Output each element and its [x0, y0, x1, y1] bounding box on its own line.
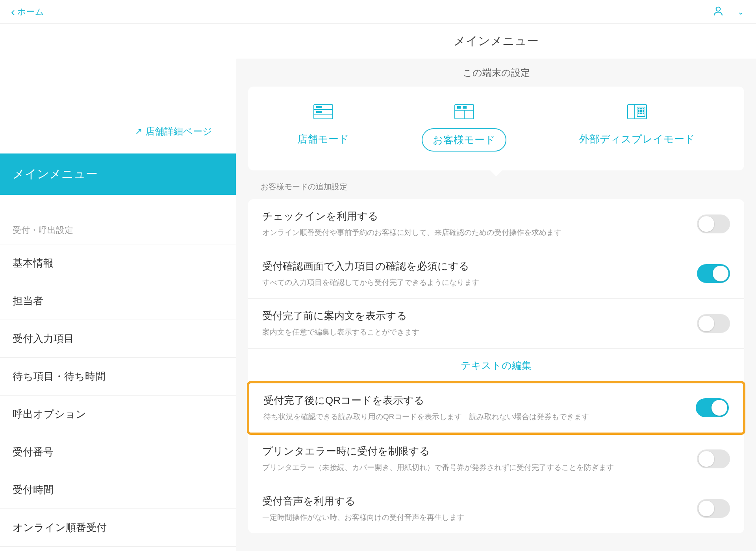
settings-panel: チェックインを利用する オンライン順番受付や事前予約のお客様に対して、来店確認の… — [248, 199, 744, 533]
mode-store-label: 店舗モード — [287, 128, 359, 150]
setting-checkin: チェックインを利用する オンライン順番受付や事前予約のお客様に対して、来店確認の… — [248, 199, 744, 249]
svg-rect-18 — [640, 110, 642, 112]
main-subtitle: この端末の設定 — [236, 59, 756, 87]
setting-desc: オンライン順番受付や事前予約のお客様に対して、来店確認のための受付操作を求めます — [262, 227, 687, 239]
sidebar-item-input-items[interactable]: 受付入力項目 — [0, 320, 236, 358]
sidebar-item-online[interactable]: オンライン順番受付 — [0, 509, 236, 547]
setting-title: 受付確認画面で入力項目の確認を必須にする — [262, 259, 687, 273]
setting-desc: すべての入力項目を確認してから受付完了できるようになります — [262, 277, 687, 288]
mode-selector-card: 店舗モード お客様モード 外部デ — [248, 87, 744, 170]
toggle-confirm-required[interactable] — [697, 264, 730, 283]
setting-title: 受付完了後にQRコードを表示する — [263, 394, 686, 407]
sidebar-item-call-opts[interactable]: 呼出オプション — [0, 396, 236, 433]
svg-rect-17 — [638, 110, 639, 112]
back-home-link[interactable]: ‹ ホーム — [11, 6, 44, 18]
store-detail-link[interactable]: ↗ 店舗詳細ページ — [135, 125, 212, 138]
svg-rect-16 — [643, 108, 644, 109]
display-mode-icon — [626, 103, 648, 120]
customer-mode-icon — [453, 103, 475, 120]
sidebar: ↗ 店舗詳細ページ メインメニュー 受付・呼出設定 基本情報 担当者 受付入力項… — [0, 24, 236, 551]
svg-rect-5 — [316, 111, 322, 113]
mode-display[interactable]: 外部ディスプレイモード — [569, 103, 705, 152]
toggle-checkin[interactable] — [697, 214, 730, 233]
user-icon[interactable] — [712, 5, 724, 18]
store-link-label: 店舗詳細ページ — [145, 125, 212, 138]
sidebar-item-rboard[interactable]: レストランボード連携 — [0, 547, 236, 551]
toggle-printer-error[interactable] — [697, 449, 730, 468]
sidebar-item-staff[interactable]: 担当者 — [0, 282, 236, 320]
setting-title: プリンタエラー時に受付を制限する — [262, 444, 687, 458]
chevron-down-icon[interactable]: ⌄ — [737, 7, 744, 17]
setting-audio: 受付音声を利用する 一定時間操作がない時、お客様向けの受付音声を再生します — [248, 484, 744, 534]
sidebar-item-main-menu[interactable]: メインメニュー — [0, 153, 236, 195]
toggle-qr-code[interactable] — [696, 398, 729, 417]
svg-rect-22 — [643, 113, 644, 114]
setting-desc: 一定時間操作がない時、お客様向けの受付音声を再生します — [262, 512, 687, 523]
edit-text-row: テキストの編集 — [248, 348, 744, 382]
back-label: ホーム — [17, 6, 44, 18]
mode-display-label: 外部ディスプレイモード — [569, 128, 705, 150]
mode-customer[interactable]: お客様モード — [422, 103, 506, 152]
sidebar-item-number[interactable]: 受付番号 — [0, 433, 236, 471]
sidebar-item-basic[interactable]: 基本情報 — [0, 244, 236, 282]
svg-rect-14 — [638, 108, 639, 109]
setting-title: 受付完了前に案内文を表示する — [262, 309, 687, 323]
setting-confirm-required: 受付確認画面で入力項目の確認を必須にする すべての入力項目を確認してから受付完了… — [248, 249, 744, 299]
svg-rect-10 — [463, 106, 467, 109]
sidebar-item-wait-items[interactable]: 待ち項目・待ち時間 — [0, 358, 236, 396]
toggle-audio[interactable] — [697, 499, 730, 518]
store-mode-icon — [312, 103, 334, 120]
main-panel: メインメニュー この端末の設定 店舗モード お客様モード — [236, 24, 756, 551]
sidebar-section-label: 受付・呼出設定 — [0, 224, 236, 244]
external-link-icon: ↗ — [135, 126, 142, 137]
edit-text-link[interactable]: テキストの編集 — [461, 360, 532, 371]
setting-qr-code: 受付完了後にQRコードを表示する 待ち状況を確認できる読み取り用のQRコードを表… — [247, 381, 745, 435]
setting-title: 受付音声を利用する — [262, 494, 687, 508]
setting-printer-error: プリンタエラー時に受付を制限する プリンタエラー（未接続、カバー開き、用紙切れ）… — [248, 434, 744, 484]
svg-rect-15 — [640, 108, 642, 109]
mode-customer-label: お客様モード — [422, 128, 506, 152]
mode-store[interactable]: 店舗モード — [287, 103, 359, 152]
topbar: ‹ ホーム ⌄ — [0, 0, 756, 24]
setting-title: チェックインを利用する — [262, 209, 687, 223]
sidebar-item-hours[interactable]: 受付時間 — [0, 471, 236, 509]
svg-rect-21 — [640, 113, 642, 114]
setting-desc: 案内文を任意で編集し表示することができます — [262, 327, 687, 338]
setting-desc: プリンタエラー（未接続、カバー開き、用紙切れ）で番号券が発券されずに受付完了する… — [262, 462, 687, 473]
setting-precomplete-text: 受付完了前に案内文を表示する 案内文を任意で編集し表示することができます — [248, 298, 744, 348]
setting-desc: 待ち状況を確認できる読み取り用のQRコードを表示します 読み取れない場合は発券も… — [263, 411, 686, 423]
svg-rect-9 — [457, 106, 461, 109]
svg-rect-19 — [643, 110, 644, 112]
chevron-left-icon: ‹ — [11, 6, 15, 18]
svg-rect-4 — [316, 106, 322, 108]
svg-rect-20 — [638, 113, 639, 114]
svg-point-0 — [716, 7, 721, 11]
toggle-precomplete-text[interactable] — [697, 314, 730, 333]
main-title: メインメニュー — [236, 24, 756, 59]
